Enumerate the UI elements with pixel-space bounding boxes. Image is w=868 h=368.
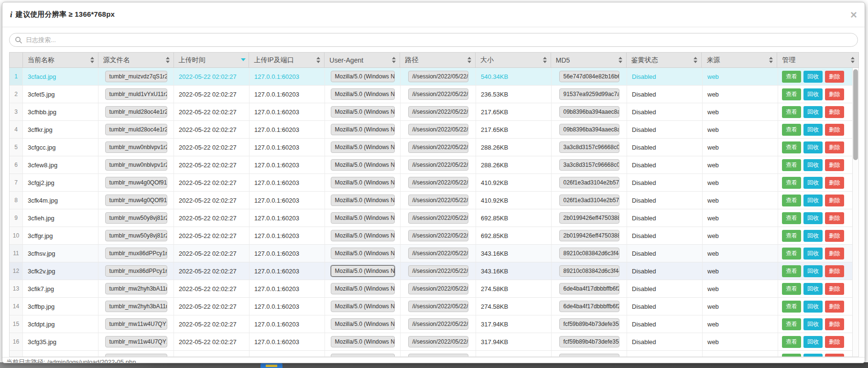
recycle-button[interactable]: 回收 [803, 195, 823, 206]
table-row[interactable]: 11 3cfhsv.jpg tumblr_mux86dPPcy1r 2022-0… [10, 245, 853, 262]
delete-button[interactable]: 删除 [825, 318, 844, 330]
md5-chip[interactable]: 89210c083842d6c3f44 [559, 248, 619, 259]
md5-chip[interactable] [559, 354, 619, 357]
view-button[interactable]: 查看 [782, 301, 801, 313]
source-file-chip[interactable]: tumblr_muw50y8vj81r2 [105, 230, 167, 241]
table-row[interactable]: 8 3cfk4m.jpg tumblr_muw4g0QOf91r 2022-05… [10, 192, 853, 209]
delete-button[interactable]: 删除 [825, 177, 844, 189]
sort-desc-icon[interactable] [241, 57, 245, 63]
user-agent-chip[interactable]: Mozilla/5.0 (Windows N [331, 88, 395, 100]
view-button[interactable]: 查看 [782, 159, 801, 171]
header-path[interactable]: 路径 [400, 53, 476, 67]
user-agent-chip[interactable]: Mozilla/5.0 (Windows N [331, 141, 395, 153]
md5-chip[interactable]: 91537ea9259d99ac7a1 [559, 88, 619, 100]
sort-icon[interactable] [316, 57, 321, 63]
md5-chip[interactable]: 6de4ba4f17dbbbffb6f2 [559, 283, 619, 294]
md5-chip[interactable]: 026f1e3ad3104e2b57d [559, 195, 619, 206]
path-chip[interactable]: /i/session/2022/05/22/3 [408, 141, 468, 153]
source-file-chip[interactable]: tumblr_muw4g0QOf91r [105, 195, 167, 206]
view-button[interactable]: 查看 [782, 124, 801, 136]
source-file-chip[interactable]: tumblr_mux86dPPcy1r [105, 265, 167, 277]
source-file-chip[interactable]: tumblr_muw50y8vj81r2 [105, 212, 167, 224]
user-agent-chip[interactable]: Mozilla/5.0 (Windows N [331, 159, 395, 171]
user-agent-chip[interactable]: Mozilla/5.0 (Windows N [331, 248, 395, 259]
table-row[interactable]: 13 3cfik7.jpg tumblr_mw2hyh3bA11r 2022-0… [10, 280, 853, 298]
view-button[interactable]: 查看 [782, 354, 801, 357]
sort-icon[interactable] [769, 57, 773, 63]
recycle-button[interactable]: 回收 [803, 212, 823, 224]
recycle-button[interactable]: 回收 [803, 318, 823, 330]
recycle-button[interactable]: 回收 [803, 265, 823, 277]
header-md5[interactable]: MD5 [551, 53, 627, 67]
recycle-button[interactable]: 回收 [803, 336, 823, 348]
user-agent-chip[interactable]: Mozilla/5.0 (Windows N [331, 124, 395, 135]
view-button[interactable]: 查看 [782, 212, 801, 224]
md5-chip[interactable]: fcf59b89b4b73defe354 [559, 336, 619, 347]
path-chip[interactable]: /i/session/2022/05/22/3 [408, 283, 468, 294]
search-input[interactable] [10, 33, 857, 46]
user-agent-chip[interactable]: Mozilla/5.0 (Windows N [331, 106, 395, 118]
delete-button[interactable]: 删除 [825, 106, 844, 118]
path-chip[interactable]: /i/session/2022/05/22/3 [408, 212, 468, 224]
header-ua[interactable]: User-Agent [325, 53, 400, 67]
source-file-chip[interactable]: tumblr_muld28oc4e1r2 [105, 106, 167, 118]
view-button[interactable]: 查看 [782, 336, 801, 348]
source-file-chip[interactable]: tumblr_mw2hyh3bA11r [105, 301, 167, 312]
path-chip[interactable]: /i/session/2022/05/22/3 [408, 177, 468, 188]
view-button[interactable]: 查看 [782, 318, 801, 330]
md5-chip[interactable]: 89210c083842d6c3f44 [559, 265, 619, 277]
table-row[interactable]: 14 3cffbp.jpg tumblr_mw2hyh3bA11r 2022-0… [10, 298, 853, 315]
view-button[interactable]: 查看 [782, 106, 801, 118]
source-file-chip[interactable]: tumblr_muizvdz7qS1r2 [105, 71, 167, 82]
path-chip[interactable]: /i/session/2022/05/22/3 [408, 318, 468, 330]
source-file-chip[interactable]: tumblr_muld1vYxU11r2 [105, 88, 167, 100]
view-button[interactable]: 查看 [782, 88, 801, 100]
table-scrollbar-thumb[interactable] [853, 69, 858, 160]
table-row[interactable]: web 查看 回收 删除 [10, 351, 853, 357]
user-agent-chip[interactable]: Mozilla/5.0 (Windows N [331, 301, 395, 312]
user-agent-chip[interactable]: Mozilla/5.0 (Windows N [331, 318, 395, 330]
recycle-button[interactable]: 回收 [803, 106, 823, 118]
md5-chip[interactable]: 2b0199426eff4750388 [559, 212, 619, 224]
header-ip[interactable]: 上传IP及端口 [249, 53, 325, 67]
path-chip[interactable]: /i/session/2022/05/22/3 [408, 124, 468, 135]
header-size[interactable]: 大小 [476, 53, 551, 67]
source-file-chip[interactable]: tumblr_mw2hyh3bA11r [105, 283, 167, 294]
header-status[interactable]: 鉴黄状态 [627, 53, 702, 67]
recycle-button[interactable]: 回收 [803, 301, 823, 313]
close-icon[interactable]: × [850, 10, 857, 20]
delete-button[interactable]: 删除 [825, 336, 844, 348]
delete-button[interactable]: 删除 [825, 230, 844, 242]
search-box[interactable] [9, 33, 858, 47]
user-agent-chip[interactable]: Mozilla/5.0 (Windows N [331, 177, 395, 188]
sort-icon[interactable] [694, 57, 698, 63]
view-button[interactable]: 查看 [782, 230, 801, 242]
background-page-button[interactable] [260, 363, 282, 368]
delete-button[interactable]: 删除 [825, 195, 844, 206]
delete-button[interactable]: 删除 [825, 248, 844, 260]
recycle-button[interactable]: 回收 [803, 177, 823, 189]
user-agent-chip[interactable] [331, 354, 395, 357]
md5-chip[interactable]: 3a3c8d3157c96668c01 [559, 141, 619, 153]
table-row[interactable]: 4 3cffkr.jpg tumblr_muld28oc4e1r2 2022-0… [10, 121, 853, 139]
user-agent-chip[interactable]: Mozilla/5.0 (Windows N [331, 230, 395, 241]
sort-icon[interactable] [166, 57, 170, 63]
recycle-button[interactable]: 回收 [803, 88, 823, 100]
user-agent-chip[interactable]: Mozilla/5.0 (Windows N [331, 265, 395, 277]
path-chip[interactable]: /i/session/2022/05/22/3 [408, 88, 468, 100]
md5-chip[interactable]: 09b8396ba394aaec8aa [559, 124, 619, 135]
path-chip[interactable]: /i/session/2022/05/22/3 [408, 336, 468, 347]
user-agent-chip[interactable]: Mozilla/5.0 (Windows N [331, 283, 395, 294]
path-chip[interactable]: /i/session/2022/05/22/3 [408, 159, 468, 171]
user-agent-chip[interactable]: Mozilla/5.0 (Windows N [331, 71, 395, 82]
table-row[interactable]: 2 3cfet5.jpg tumblr_muld1vYxU11r2 2022-0… [10, 86, 853, 103]
source-file-chip[interactable]: tumblr_muw0nblvpv1r2 [105, 159, 167, 171]
source-file-chip[interactable]: tumblr_mw11w4U7QY1 [105, 336, 167, 347]
delete-button[interactable]: 删除 [825, 88, 844, 100]
path-chip[interactable]: /i/session/2022/05/22/3 [408, 265, 468, 277]
view-button[interactable]: 查看 [782, 141, 801, 153]
header-time[interactable]: 上传时间 [174, 53, 250, 67]
source-file-chip[interactable]: tumblr_mw11w4U7QY1 [105, 318, 167, 330]
view-button[interactable]: 查看 [782, 71, 801, 83]
user-agent-chip[interactable]: Mozilla/5.0 (Windows N [331, 336, 395, 347]
